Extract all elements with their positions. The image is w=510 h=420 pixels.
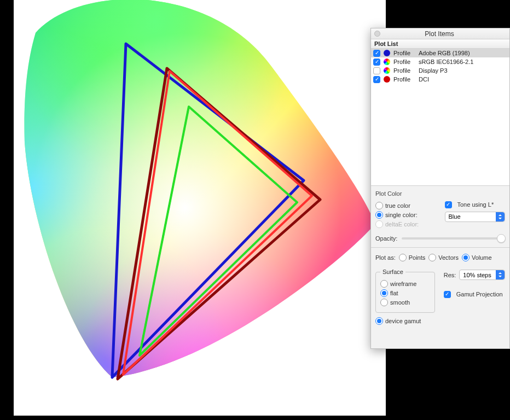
res-label: Res: xyxy=(444,272,456,278)
panel-title: Plot Items xyxy=(380,30,509,38)
plot-color-header: Plot Color xyxy=(375,190,505,197)
color-swatch-icon xyxy=(384,67,390,74)
single-color-select[interactable]: Blue xyxy=(445,212,506,222)
row-name: Adobe RGB (1998) xyxy=(419,50,509,56)
row-name: sRGB IEC61966-2.1 xyxy=(419,59,509,65)
opacity-slider[interactable] xyxy=(402,237,505,240)
plot-canvas[interactable] xyxy=(14,0,386,416)
plot-as-points[interactable]: Points xyxy=(399,254,426,261)
row-kind: Profile xyxy=(393,59,419,65)
plot-color-group: Plot Color true color single color: delt… xyxy=(371,185,509,247)
color-swatch-icon xyxy=(384,50,390,56)
row-checkbox[interactable]: ✓ xyxy=(373,50,380,57)
row-name: DCI xyxy=(419,76,509,83)
surface-flat[interactable]: flat xyxy=(380,289,430,297)
surface-wireframe[interactable]: wireframe xyxy=(380,280,430,288)
row-name: Display P3 xyxy=(419,67,509,74)
row-checkbox[interactable] xyxy=(373,67,380,74)
plot-as-vectors[interactable]: Vectors xyxy=(428,254,459,261)
plot-list-row[interactable]: ✓ProfileAdobe RGB (1998) xyxy=(371,49,509,57)
row-checkbox[interactable]: ✓ xyxy=(373,76,380,83)
tone-checkbox[interactable]: ✓Tone using L* xyxy=(445,201,494,208)
svg-rect-5 xyxy=(14,0,386,416)
true-color-radio[interactable]: true color xyxy=(375,202,436,209)
surface-group: Surface wireframe flat smooth xyxy=(375,269,435,313)
app-root: Plot Items Plot List ✓ProfileAdobe RGB (… xyxy=(0,0,510,420)
panel-titlebar[interactable]: Plot Items xyxy=(371,28,509,39)
chevron-updown-icon xyxy=(496,270,505,279)
row-kind: Profile xyxy=(393,67,419,74)
res-select[interactable]: 10% steps xyxy=(459,270,505,280)
plot-list-row[interactable]: ProfileDisplay P3 xyxy=(371,66,509,75)
opacity-label: Opacity: xyxy=(375,235,397,242)
plot-list[interactable]: ✓ProfileAdobe RGB (1998)✓ProfilesRGB IEC… xyxy=(371,49,509,185)
single-color-radio[interactable]: single color: xyxy=(375,211,436,219)
plot-as-label: Plot as: xyxy=(375,254,396,261)
gamut-projection-checkbox[interactable]: ✓Gamut Projection xyxy=(444,291,503,298)
plot-list-row[interactable]: ✓ProfileDCI xyxy=(371,75,509,84)
row-kind: Profile xyxy=(393,50,419,56)
plot-items-panel: Plot Items Plot List ✓ProfileAdobe RGB (… xyxy=(370,28,510,349)
plot-as-group: Plot as: Points Vectors Volume Surface w… xyxy=(371,247,509,332)
plot-list-header: Plot List xyxy=(371,39,509,49)
row-checkbox[interactable]: ✓ xyxy=(373,59,380,66)
close-icon[interactable] xyxy=(374,31,380,37)
slider-knob[interactable] xyxy=(497,234,506,243)
device-gamut-radio[interactable]: device gamut xyxy=(375,317,505,325)
plot-as-volume[interactable]: Volume xyxy=(462,254,492,261)
chevron-updown-icon xyxy=(496,212,505,221)
color-swatch-icon xyxy=(384,59,390,65)
row-kind: Profile xyxy=(393,76,419,83)
surface-smooth[interactable]: smooth xyxy=(380,299,430,306)
color-swatch-icon xyxy=(384,76,390,83)
plot-list-row[interactable]: ✓ProfilesRGB IEC61966-2.1 xyxy=(371,57,509,66)
deltae-color-radio: deltaE color: xyxy=(375,220,436,228)
